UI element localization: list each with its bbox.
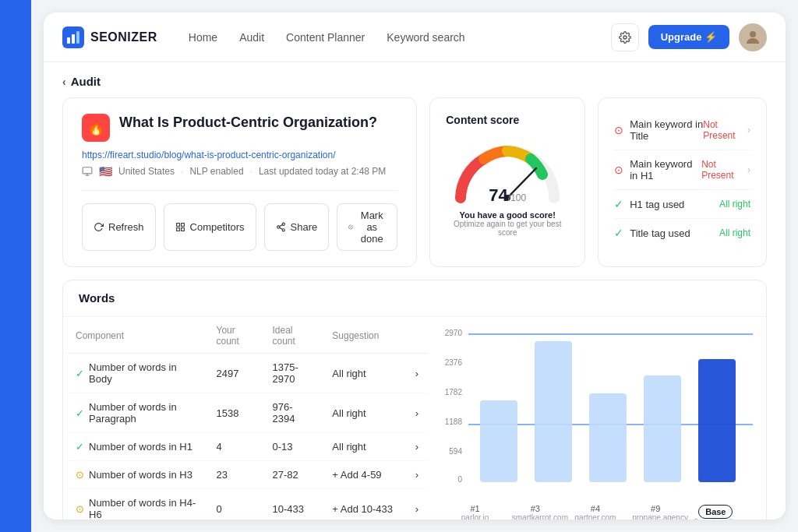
article-card: 🔥 What Is Product-Centric Organization? … <box>62 97 417 267</box>
svg-rect-3 <box>76 31 79 44</box>
chart-bar-base: Base fireart.studio <box>692 504 739 520</box>
svg-line-17 <box>279 225 282 227</box>
chart-area: 2970 2376 1782 1188 594 0 <box>431 317 766 520</box>
nav-content-planner[interactable]: Content Planner <box>286 31 365 44</box>
svg-point-5 <box>750 31 756 37</box>
checklist-label-1: Main keyword in H1 <box>630 158 701 181</box>
table-row[interactable]: ⊙ Number of words in H3 23 27-82 + Add 4… <box>66 461 428 489</box>
row-your-count: 1538 <box>207 393 263 433</box>
checklist-label-3: Title tag used <box>630 227 690 239</box>
row-label: Number of words in Body <box>89 361 197 385</box>
svg-text:0: 0 <box>457 475 462 484</box>
row-ideal-count: 10-433 <box>263 489 323 520</box>
row-your-count: 23 <box>207 461 263 489</box>
row-status-icon: ✓ <box>76 368 84 379</box>
main-container: SEONIZER Home Audit Content Planner Keyw… <box>31 0 798 532</box>
upgrade-button[interactable]: Upgrade ⚡ <box>648 25 729 49</box>
article-meta: 🇺🇸 United States · NLP enabled · Last up… <box>82 165 397 178</box>
row-ideal-count: 976-2394 <box>263 393 323 433</box>
breadcrumb-label: Audit <box>71 75 101 88</box>
table-row[interactable]: ✓ Number of words in Body 2497 1375-2970… <box>66 354 428 393</box>
row-label: Number of words in H1 <box>89 441 192 453</box>
avatar-icon <box>743 28 762 47</box>
svg-text:2970: 2970 <box>445 329 463 337</box>
article-actions: Refresh Competitors Share Mark as d <box>82 190 397 251</box>
row-suggestion: + Add 4-59 <box>323 461 405 489</box>
row-chevron[interactable]: › <box>406 433 428 461</box>
white-card: SEONIZER Home Audit Content Planner Keyw… <box>44 12 786 520</box>
svg-point-13 <box>282 223 284 225</box>
words-table-wrap: Component Your count Ideal count Suggest… <box>63 317 431 520</box>
top-row: 🔥 What Is Product-Centric Organization? … <box>62 97 767 267</box>
bar-chart-svg: 2970 2376 1782 1188 594 0 <box>437 326 757 498</box>
row-label: Number of words in H3 <box>89 469 192 481</box>
nav-actions: Upgrade ⚡ <box>611 23 767 51</box>
row-suggestion: + Add 10-433 <box>323 489 405 520</box>
mark-done-button[interactable]: Mark as done <box>337 203 397 251</box>
checklist-status-2: All right <box>719 199 750 210</box>
chart-bar-4: #4 gartner.com <box>572 504 619 520</box>
row-chevron[interactable]: › <box>406 461 428 489</box>
checklist-item-0[interactable]: ⊙ Main keyword in Title Not Present › <box>614 111 750 150</box>
svg-rect-32 <box>698 359 736 482</box>
words-header: Words <box>63 280 766 317</box>
alert-icon-0: ⊙ <box>614 124 623 136</box>
last-updated: Last updated today at 2:48 PM <box>259 166 386 177</box>
gauge-score: 74/100 <box>489 185 526 206</box>
svg-rect-10 <box>181 224 184 227</box>
svg-rect-12 <box>181 228 184 231</box>
checklist-item-3[interactable]: ✓ Title tag used All right <box>614 219 750 247</box>
logo-text: SEONIZER <box>90 30 157 44</box>
nav-audit[interactable]: Audit <box>239 31 264 44</box>
settings-button[interactable] <box>611 23 639 51</box>
row-chevron[interactable]: › <box>406 489 428 520</box>
check-circle-icon <box>348 222 353 232</box>
checklist-label-2: H1 tag used <box>630 199 684 210</box>
col-suggestion: Suggestion <box>323 317 405 354</box>
table-row[interactable]: ✓ Number of words in H1 4 0-13 All right… <box>66 433 428 461</box>
competitors-button[interactable]: Competitors <box>164 203 256 251</box>
svg-rect-1 <box>67 37 70 44</box>
svg-point-15 <box>282 229 284 231</box>
checklist-item-2[interactable]: ✓ H1 tag used All right <box>614 190 750 219</box>
row-label: Number of words in Paragraph <box>89 401 197 425</box>
svg-rect-31 <box>644 375 681 482</box>
nav-keyword-search[interactable]: Keyword search <box>387 31 464 44</box>
monitor-icon <box>82 166 93 177</box>
logo-area: SEONIZER <box>62 26 157 48</box>
chart-bar-1: #1 parlor.io <box>452 504 499 520</box>
checklist-card: ⊙ Main keyword in Title Not Present › ⊙ … <box>598 97 767 267</box>
logo-icon <box>62 26 84 48</box>
table-row[interactable]: ⊙ Number of words in H4-H6 0 10-433 + Ad… <box>66 489 428 520</box>
avatar[interactable] <box>739 23 767 51</box>
svg-point-14 <box>277 226 279 228</box>
check-icon-2: ✓ <box>614 198 623 210</box>
checklist-status-0: Not Present <box>703 119 741 141</box>
breadcrumb[interactable]: ‹ Audit <box>62 62 767 97</box>
row-chevron[interactable]: › <box>406 393 428 433</box>
score-message: You have a good score! <box>460 210 556 220</box>
svg-text:2376: 2376 <box>445 358 463 367</box>
svg-point-4 <box>623 36 627 39</box>
left-accent <box>0 0 31 532</box>
nav-home[interactable]: Home <box>189 31 217 44</box>
share-button[interactable]: Share <box>264 203 330 251</box>
page-content: ‹ Audit 🔥 What Is Product-Centric Organi… <box>44 62 786 520</box>
table-row[interactable]: ✓ Number of words in Paragraph 1538 976-… <box>66 393 428 433</box>
row-chevron[interactable]: › <box>406 354 428 393</box>
row-suggestion: All right <box>323 433 405 461</box>
nav-links: Home Audit Content Planner Keyword searc… <box>189 31 611 44</box>
chart-bar-9: #9 propane.agency <box>632 504 679 520</box>
words-table: Component Your count Ideal count Suggest… <box>66 317 428 520</box>
article-url[interactable]: https://fireart.studio/blog/what-is-prod… <box>82 150 397 160</box>
content-score-card: Content score <box>429 97 585 267</box>
alert-icon-1: ⊙ <box>614 164 623 176</box>
svg-rect-28 <box>480 400 517 482</box>
checklist-item-1[interactable]: ⊙ Main keyword in H1 Not Present › <box>614 150 750 190</box>
row-ideal-count: 1375-2970 <box>263 354 323 393</box>
content-score-title: Content score <box>446 114 519 126</box>
chevron-right-icon-1: › <box>747 164 750 175</box>
navbar: SEONIZER Home Audit Content Planner Keyw… <box>44 12 786 62</box>
row-status-icon: ⊙ <box>76 469 84 481</box>
refresh-button[interactable]: Refresh <box>82 203 156 251</box>
